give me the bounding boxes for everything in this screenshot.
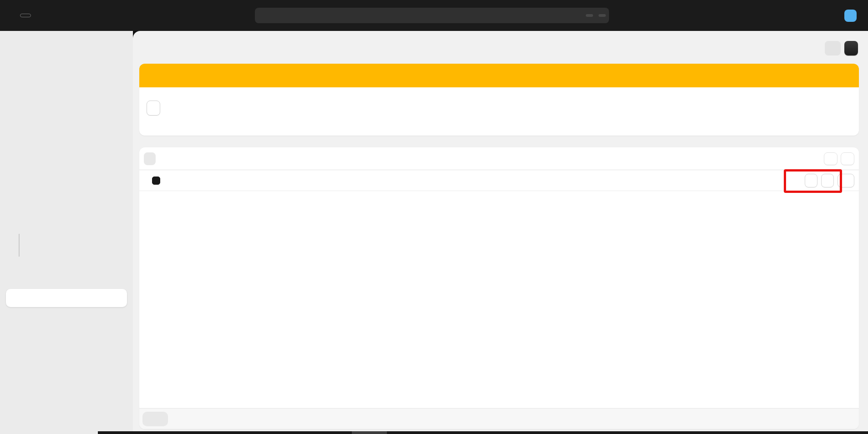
next-page-button[interactable] — [155, 412, 168, 426]
more-actions-button[interactable] — [825, 41, 841, 56]
sidebar-section-apps[interactable] — [0, 337, 133, 352]
table-footer — [139, 408, 859, 429]
set-as-visible-button[interactable] — [805, 174, 817, 187]
select-all-checkbox[interactable] — [152, 177, 160, 185]
page-header — [141, 41, 858, 56]
table-tabs-row — [139, 147, 859, 170]
pagination — [142, 412, 168, 426]
shopify-logo[interactable] — [8, 0, 31, 31]
sidebar-item-online-store[interactable] — [0, 257, 133, 273]
gear-icon — [14, 415, 23, 425]
global-search-input[interactable] — [255, 8, 609, 23]
kbd-k — [599, 14, 606, 17]
sidebar-item-themes[interactable] — [0, 273, 133, 289]
add-page-button[interactable] — [844, 41, 858, 56]
sidebar-item-settings[interactable] — [0, 412, 133, 428]
plus-circle-icon — [14, 355, 23, 365]
kbd-ctrl — [586, 14, 593, 17]
manage-access-button[interactable] — [147, 101, 160, 116]
sidebar-section-sales-channels[interactable] — [0, 241, 133, 257]
storefront-icon — [14, 260, 23, 270]
banner-header — [139, 64, 859, 87]
add-view-button[interactable] — [160, 152, 173, 165]
sidebar-item-pages-active[interactable] — [6, 289, 127, 307]
avatar — [844, 10, 857, 22]
previous-page-button[interactable] — [142, 412, 155, 426]
bottom-edge-strip — [98, 431, 868, 434]
pages-table-card — [139, 147, 859, 429]
sidebar-lower — [0, 235, 133, 368]
store-access-banner — [139, 64, 859, 136]
sort-button[interactable] — [841, 152, 854, 165]
sidebar-item-add-app[interactable] — [0, 352, 133, 368]
set-as-hidden-button[interactable] — [821, 174, 834, 187]
topbar — [0, 0, 868, 31]
sidebar-item-preferences[interactable] — [0, 307, 133, 323]
bulk-selection-bar — [139, 170, 859, 191]
main-content — [133, 31, 868, 434]
edition-badge[interactable] — [20, 14, 31, 17]
more-bulk-actions-button[interactable] — [838, 174, 854, 187]
shopify-admin-pages-screen: { "topbar": { "brand": "shopify", "editi… — [0, 0, 868, 434]
nav-tree-line — [19, 234, 20, 257]
sidebar — [0, 31, 133, 434]
topbar-right — [822, 0, 861, 31]
tab-all[interactable] — [144, 152, 156, 165]
account-menu[interactable] — [844, 10, 861, 22]
search-filter-button[interactable] — [824, 152, 838, 165]
banner-body-text — [139, 87, 859, 95]
